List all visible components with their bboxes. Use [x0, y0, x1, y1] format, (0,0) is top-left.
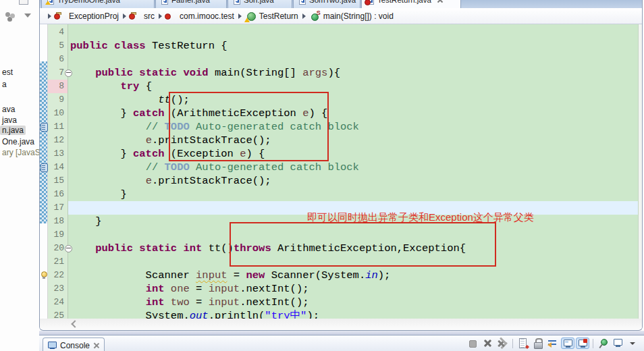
code-token — [108, 40, 114, 52]
task-marker-icon[interactable] — [41, 163, 48, 172]
remove-launch-icon[interactable] — [481, 338, 494, 349]
breadcrumb-item-main-string-void[interactable]: Smain(String[]) : void — [310, 11, 394, 21]
task-marker-icon[interactable] — [41, 123, 48, 132]
word-wrap-icon[interactable] — [546, 338, 560, 349]
package-error-icon — [166, 11, 176, 21]
horizontal-scrollbar[interactable] — [40, 319, 642, 329]
code-line-25: System.out.println("try中"); — [68, 309, 638, 319]
java-project-error-icon — [55, 11, 65, 21]
tree-item[interactable]: est — [2, 68, 13, 77]
breadcrumb-label: main(String[]) : void — [323, 11, 394, 21]
code-token: System. — [70, 310, 190, 319]
code-token: args — [302, 67, 327, 79]
tree-item[interactable]: n.java — [0, 126, 26, 135]
breadcrumb-item-com-imooc-test[interactable]: com.imooc.test — [166, 11, 234, 21]
annotation-note: 即可以同时抛出异常子类和Exception这个异常父类 — [307, 211, 534, 224]
scroll-left-arrow-icon[interactable] — [71, 320, 78, 327]
code-token: = — [227, 269, 246, 281]
line-number: 12 — [53, 134, 64, 147]
code-token: tt() — [202, 242, 234, 254]
console-close-icon[interactable] — [93, 342, 99, 348]
breadcrumb-item-src[interactable]: src — [130, 11, 155, 21]
tab-label: Father.java — [171, 0, 210, 4]
tab-father-java[interactable]: Father.java — [155, 0, 227, 8]
java-file-icon — [161, 0, 168, 4]
breadcrumb-arrow-icon — [48, 14, 51, 19]
java-file-icon — [233, 0, 240, 4]
show-console-on-stderr-icon[interactable] — [576, 338, 589, 349]
tree-item[interactable]: One.java — [2, 137, 34, 146]
breadcrumb: ExceptionProjsrccom.imooc.testTestReturn… — [40, 8, 642, 24]
line-number: 8 — [59, 80, 64, 93]
code-token: main(String[] — [209, 67, 303, 79]
line-number-column: 45678910111213141516171819202122232425 — [48, 24, 68, 319]
line-number: 19 — [53, 228, 64, 242]
java-j-mark — [163, 0, 167, 3]
pin-console-icon[interactable] — [597, 338, 610, 349]
terminate-icon[interactable] — [466, 338, 479, 349]
tree-item[interactable]: ary [JavaS — [2, 148, 41, 157]
overview-ruler[interactable] — [638, 24, 642, 319]
code-token: } — [70, 148, 133, 160]
tab-son-java[interactable]: Son.java — [227, 0, 292, 8]
console-dropdown-icon[interactable] — [626, 338, 640, 349]
restore-view-icon[interactable] — [19, 0, 28, 5]
tab-somtwo-java[interactable]: SomTwo.java — [293, 0, 360, 8]
tab-console[interactable]: Console — [43, 338, 105, 351]
code-editor[interactable]: 45678910111213141516171819202122232425 p… — [40, 24, 642, 319]
fold-collapse-icon[interactable] — [65, 70, 72, 77]
class-warning-icon — [246, 11, 256, 21]
code-line-8: try { — [68, 80, 638, 93]
code-token: catch — [133, 148, 165, 160]
clear-console-icon[interactable] — [516, 338, 530, 349]
code-line-7: public static void main(String[] args){ — [68, 66, 638, 80]
breadcrumb-arrow-icon — [302, 14, 306, 19]
breadcrumb-label: src — [144, 11, 155, 21]
line-number: 18 — [53, 215, 64, 228]
tab-label: TestReturn.java — [377, 0, 431, 4]
tab-testreturn-java[interactable]: TestReturn.java — [361, 0, 461, 8]
remove-all-terminated-icon[interactable] — [495, 338, 509, 349]
package-explorer-strip: estaavajavan.javaOne.javaary [JavaS — [0, 0, 39, 351]
console-tab-label: Console — [60, 341, 90, 350]
tab-label: TryDemoOne.java — [57, 0, 120, 4]
perspective-dots-icon[interactable] — [5, 12, 10, 17]
java-file-icon — [367, 0, 374, 4]
code-token: input — [196, 269, 227, 281]
code-token — [70, 121, 146, 133]
code-line-9: tt(); — [68, 93, 638, 107]
breadcrumb-item-testreturn[interactable]: TestReturn — [246, 11, 298, 21]
annotation-red-box-2 — [230, 222, 496, 267]
line-number: 11 — [53, 120, 64, 134]
open-console-icon[interactable] — [612, 338, 625, 349]
code-token: public — [95, 242, 133, 254]
code-token: } — [70, 107, 133, 119]
line-number: 5 — [59, 39, 64, 53]
line-number: 22 — [53, 269, 64, 282]
console-icon — [48, 342, 57, 350]
tree-item[interactable]: a — [2, 80, 7, 89]
tab-close-icon[interactable] — [437, 0, 443, 3]
scroll-lock-icon[interactable] — [531, 338, 545, 349]
code-text-area[interactable]: public class TestReturn { public static … — [68, 24, 638, 319]
show-console-on-stdout-icon[interactable] — [561, 338, 574, 349]
code-token — [70, 134, 146, 146]
code-token — [165, 296, 171, 308]
warning-badge-icon — [45, 1, 51, 5]
changed-line-marker — [48, 80, 68, 93]
warning-lightbulb-icon[interactable] — [41, 271, 47, 279]
tree-item[interactable]: ava — [2, 105, 15, 114]
breadcrumb-label: TestReturn — [259, 11, 298, 21]
code-token: .printStackTrace(); — [152, 175, 271, 187]
code-token: TestReturn { — [146, 40, 227, 52]
code-token: // — [146, 121, 165, 133]
line-number: 23 — [53, 282, 64, 296]
tab-trydemoone-java[interactable]: TryDemoOne.java — [41, 0, 155, 8]
breadcrumb-item-exceptionproj[interactable]: ExceptionProj — [55, 11, 119, 21]
code-token: ); — [306, 310, 319, 319]
fold-collapse-icon[interactable] — [65, 245, 72, 252]
code-token: "try中" — [265, 310, 306, 319]
view-menu-dropdown-icon[interactable] — [24, 14, 31, 18]
tree-item[interactable]: java — [2, 115, 17, 125]
line-number: 16 — [53, 188, 64, 201]
